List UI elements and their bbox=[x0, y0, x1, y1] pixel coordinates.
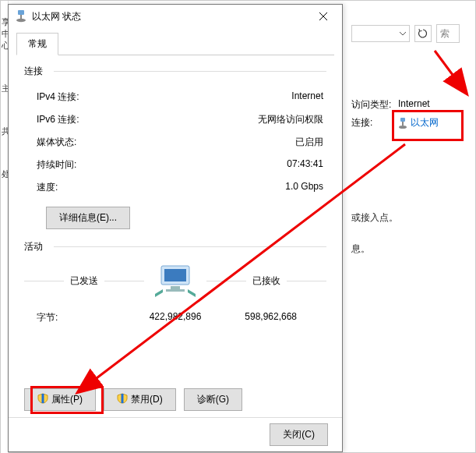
svg-rect-8 bbox=[171, 286, 180, 289]
received-bytes-value: 598,962,668 bbox=[223, 311, 319, 324]
bg-left-item: 享中心 bbox=[1, 1, 8, 67]
search-input[interactable]: 搜索控 bbox=[436, 24, 460, 43]
speed-value: 1.0 Gbps bbox=[285, 181, 323, 194]
chevron-down-icon bbox=[400, 30, 406, 37]
bytes-label: 字节: bbox=[32, 311, 128, 324]
bg-left-item: 共 bbox=[1, 110, 8, 153]
refresh-icon bbox=[418, 28, 428, 39]
shield-icon bbox=[37, 393, 48, 406]
dialog-title: 以太网 状态 bbox=[32, 10, 308, 23]
details-button[interactable]: 详细信息(E)... bbox=[46, 207, 130, 229]
activity-section-title: 活动 bbox=[24, 240, 326, 253]
ipv6-label: IPv6 连接: bbox=[37, 113, 79, 126]
svg-rect-7 bbox=[164, 269, 186, 281]
properties-button-label: 属性(P) bbox=[51, 393, 83, 406]
sent-bytes-value: 422,982,896 bbox=[128, 311, 224, 324]
ethernet-link-label: 以太网 bbox=[411, 116, 439, 129]
speed-label: 速度: bbox=[37, 181, 58, 194]
access-type-value: Internet bbox=[398, 98, 430, 111]
ethernet-status-dialog: 以太网 状态 常规 连接 IPv4 连接:Internet IPv6 连接:无网… bbox=[8, 4, 343, 452]
close-icon bbox=[319, 12, 327, 20]
shield-icon bbox=[117, 393, 128, 406]
tab-general[interactable]: 常规 bbox=[16, 33, 58, 55]
refresh-button[interactable] bbox=[414, 25, 432, 42]
duration-value: 07:43:41 bbox=[287, 158, 323, 172]
bg-dropdown[interactable] bbox=[351, 25, 410, 42]
svg-rect-4 bbox=[20, 15, 22, 19]
close-dialog-button[interactable]: 关闭(C) bbox=[270, 423, 328, 446]
svg-rect-0 bbox=[400, 118, 405, 122]
received-label: 已接收 bbox=[246, 274, 287, 288]
svg-rect-3 bbox=[18, 10, 24, 15]
properties-button[interactable]: 属性(P) bbox=[24, 388, 96, 411]
ethernet-icon bbox=[15, 10, 27, 23]
titlebar: 以太网 状态 bbox=[9, 5, 342, 28]
bg-left-item: 主 bbox=[1, 67, 8, 110]
bg-left-item: 设 bbox=[1, 445, 8, 453]
svg-point-2 bbox=[399, 126, 407, 129]
ethernet-link[interactable]: 以太网 bbox=[398, 116, 439, 129]
bg-left-item: 处 bbox=[1, 153, 8, 196]
media-state-label: 媒体状态: bbox=[37, 136, 76, 149]
sent-label: 已发送 bbox=[64, 274, 104, 288]
close-button[interactable] bbox=[308, 5, 339, 27]
access-type-label: 访问类型: bbox=[351, 98, 398, 111]
ipv6-value: 无网络访问权限 bbox=[258, 113, 323, 126]
bg-network-info: 访问类型: Internet 连接: 以太网 bbox=[351, 98, 472, 134]
network-activity-icon bbox=[153, 264, 197, 297]
dialog-footer: 关闭(C) bbox=[9, 417, 342, 451]
duration-label: 持续时间: bbox=[37, 158, 76, 172]
ethernet-icon bbox=[398, 118, 407, 129]
diagnose-button[interactable]: 诊断(G) bbox=[184, 388, 242, 411]
svg-point-5 bbox=[16, 19, 26, 22]
media-state-value: 已启用 bbox=[295, 136, 323, 149]
tabs: 常规 bbox=[16, 33, 334, 55]
disable-button[interactable]: 禁用(D) bbox=[104, 388, 176, 411]
ipv4-label: IPv4 连接: bbox=[37, 90, 79, 104]
svg-rect-1 bbox=[402, 122, 404, 126]
ipv4-value: Internet bbox=[291, 90, 323, 104]
svg-rect-9 bbox=[166, 289, 185, 292]
bg-text-fragment: 或接入点。 bbox=[351, 211, 398, 225]
connection-label: 连接: bbox=[351, 116, 398, 129]
bg-text-fragment: 息。 bbox=[351, 242, 370, 256]
connection-section-title: 连接 bbox=[24, 65, 326, 78]
disable-button-label: 禁用(D) bbox=[131, 393, 163, 406]
